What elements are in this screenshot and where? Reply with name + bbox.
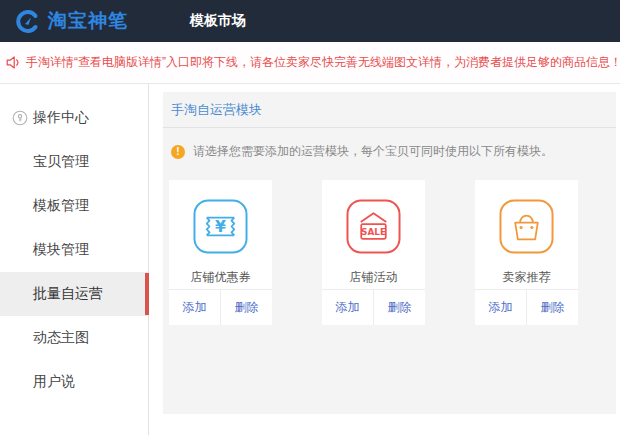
app-logo[interactable]: 淘宝神笔 <box>14 8 128 35</box>
app-header: 淘宝神笔 模板市场 <box>0 0 620 42</box>
delete-button[interactable]: 删除 <box>221 290 272 325</box>
sidebar-item-label: 模块管理 <box>33 241 89 259</box>
sidebar-item-module-management[interactable]: 模块管理 <box>0 228 148 272</box>
active-item-marker <box>145 273 149 315</box>
card-seller-recommend: 卖家推荐 添加 删除 <box>475 180 578 325</box>
sidebar-item-operation-center[interactable]: 操作中心 <box>0 96 148 140</box>
announcement-text: 手淘详情“查看电脑版详情”入口即将下线，请各位卖家尽快完善无线端图文详情，为消费… <box>26 54 620 71</box>
sidebar-item-label: 模板管理 <box>33 197 89 215</box>
sidebar-item-label: 动态主图 <box>33 329 89 347</box>
delete-button[interactable]: 删除 <box>527 290 578 325</box>
app-logo-icon <box>14 8 41 35</box>
sidebar-item-user-says[interactable]: 用户说 <box>0 360 148 404</box>
module-cards: ¥ 店铺优惠券 添加 删除 <box>169 180 616 325</box>
add-button[interactable]: 添加 <box>169 290 221 325</box>
sidebar-item-label: 用户说 <box>33 373 75 391</box>
sidebar-item-batch-self-operation[interactable]: 批量自运营 <box>0 272 148 316</box>
card-actions: 添加 删除 <box>322 289 425 325</box>
card-actions: 添加 删除 <box>169 289 272 325</box>
card-store-activity: SALE 店铺活动 添加 删除 <box>322 180 425 325</box>
card-body: ¥ 店铺优惠券 <box>169 180 272 289</box>
announcement-bar: 手淘详情“查看电脑版详情”入口即将下线，请各位卖家尽快完善无线端图文详情，为消费… <box>0 42 620 84</box>
sidebar-item-label: 操作中心 <box>33 109 89 127</box>
notice-row: 请选择您需要添加的运营模块，每个宝贝可同时使用以下所有模块。 <box>171 143 608 160</box>
delete-button[interactable]: 删除 <box>374 290 425 325</box>
app-logo-text: 淘宝神笔 <box>48 8 128 34</box>
sale-icon: SALE <box>346 199 401 254</box>
card-body: 卖家推荐 <box>475 180 578 289</box>
sidebar: 操作中心 宝贝管理 模板管理 模块管理 批量自运营 动态主图 用户说 <box>0 84 149 435</box>
svg-text:¥: ¥ <box>215 217 226 236</box>
nav-item-template-market[interactable]: 模板市场 <box>190 12 246 30</box>
sidebar-item-label: 批量自运营 <box>33 285 103 303</box>
card-title: 卖家推荐 <box>475 269 578 286</box>
card-body: SALE 店铺活动 <box>322 180 425 289</box>
operation-center-icon <box>12 110 28 126</box>
panel-title: 手淘自运营模块 <box>163 92 616 128</box>
sidebar-item-item-management[interactable]: 宝贝管理 <box>0 140 148 184</box>
card-title: 店铺优惠券 <box>169 269 272 286</box>
svg-text:SALE: SALE <box>361 227 386 237</box>
self-operation-panel: 手淘自运营模块 请选择您需要添加的运营模块，每个宝贝可同时使用以下所有模块。 ¥ <box>163 92 616 414</box>
main-area: 手淘自运营模块 请选择您需要添加的运营模块，每个宝贝可同时使用以下所有模块。 ¥ <box>149 84 620 435</box>
content: 操作中心 宝贝管理 模板管理 模块管理 批量自运营 动态主图 用户说 手淘自运营… <box>0 84 620 435</box>
card-store-coupon: ¥ 店铺优惠券 添加 删除 <box>169 180 272 325</box>
notice-text: 请选择您需要添加的运营模块，每个宝贝可同时使用以下所有模块。 <box>193 143 553 160</box>
speaker-icon <box>5 54 22 71</box>
warning-icon <box>171 145 185 159</box>
card-actions: 添加 删除 <box>475 289 578 325</box>
coupon-icon: ¥ <box>193 199 248 254</box>
card-title: 店铺活动 <box>322 269 425 286</box>
shopping-bag-icon <box>499 199 554 254</box>
sidebar-item-template-management[interactable]: 模板管理 <box>0 184 148 228</box>
add-button[interactable]: 添加 <box>475 290 527 325</box>
sidebar-item-dynamic-main-image[interactable]: 动态主图 <box>0 316 148 360</box>
sidebar-item-label: 宝贝管理 <box>33 153 89 171</box>
add-button[interactable]: 添加 <box>322 290 374 325</box>
